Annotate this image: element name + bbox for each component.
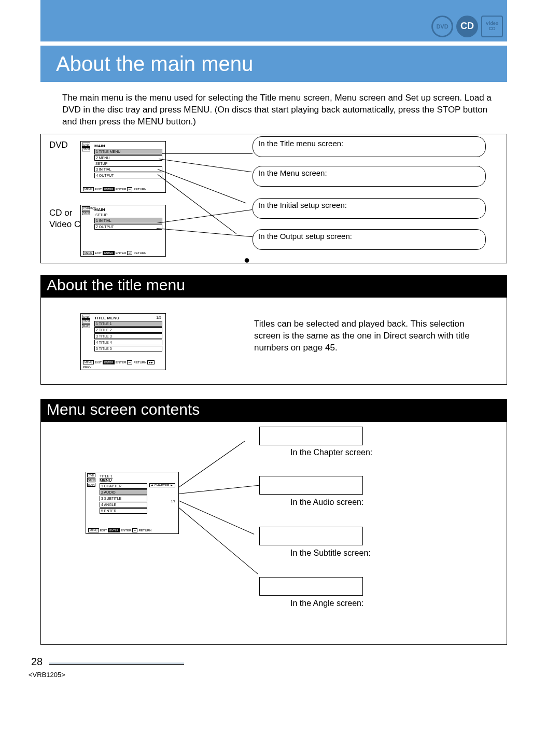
foot-item: RETURN bbox=[133, 188, 146, 191]
screen1-title: MAIN bbox=[94, 144, 163, 148]
screen4-row: 5 ENTER bbox=[100, 508, 147, 514]
title-menu-heading: About the title menu bbox=[40, 275, 507, 298]
screen2-row: 2 OUTPUT bbox=[94, 224, 162, 230]
main-badge: MAIN bbox=[82, 324, 90, 328]
foot-item: EXIT bbox=[95, 188, 102, 191]
angle-screen-box bbox=[259, 577, 363, 596]
output-setup-callout: In the Output setup screen: bbox=[253, 229, 486, 250]
screen2-group: SETUP bbox=[94, 213, 162, 217]
screen3-row: 1 TITLE 1 bbox=[94, 321, 162, 327]
chapter-screen-label: In the Chapter screen: bbox=[290, 448, 372, 457]
vcd-bot: CD bbox=[489, 26, 496, 31]
foot-item: ENTER bbox=[116, 188, 126, 191]
title-menu-callout: In the Title menu screen: bbox=[253, 136, 486, 157]
chapter-selector: ◄ CHAPTER ► bbox=[149, 483, 175, 487]
screen2-footer: MENU EXIT ENTER ENTER ↩ RETURN bbox=[83, 251, 163, 255]
foot-item: EXIT bbox=[95, 361, 102, 364]
stop-badge: STOP bbox=[82, 211, 90, 215]
screen1-footer: MENU EXIT ENTER ENTER ↩ RETURN bbox=[83, 187, 163, 191]
subtitle-screen-label: In the Subtitle screen: bbox=[290, 548, 371, 558]
main-badge: MAIN bbox=[87, 483, 95, 487]
foot-item: ENTER bbox=[103, 251, 115, 255]
screen1-row: 2 MENU bbox=[94, 155, 162, 161]
title-menu-screen: DVD STOP MAIN TITLE MENU 1/5 1 TITLE 1 2… bbox=[80, 313, 166, 370]
screen1-group: SETUP bbox=[94, 161, 162, 166]
menu-screen-heading: Menu screen contents bbox=[40, 399, 507, 422]
return-icon: ↩ bbox=[127, 251, 132, 255]
dvd-badge: DVD bbox=[82, 143, 90, 147]
screen3-row: 4 TITLE 4 bbox=[94, 340, 162, 345]
foot-item: RETURN bbox=[133, 361, 146, 364]
screen3-page: 1/5 bbox=[156, 316, 161, 321]
screen1-row: 3 INITIAL bbox=[94, 166, 162, 172]
screen1-row: 1 TITLE MENU bbox=[94, 149, 162, 154]
cd-main-screen: COMPACT STOP MAIN SETUP 1 INITIAL 2 OUTP… bbox=[80, 205, 166, 257]
screen3-row: 5 TITLE 5 bbox=[94, 346, 162, 351]
foot-item: PREV bbox=[83, 365, 91, 369]
screen3-title: TITLE MENU bbox=[94, 316, 119, 320]
screen4-title: MENU bbox=[100, 478, 176, 483]
cd-logo-icon: CD bbox=[456, 16, 478, 37]
screen4-row: 4 ANGLE bbox=[100, 502, 147, 508]
bullet-icon: ● bbox=[244, 254, 250, 266]
foot-item: RETURN bbox=[133, 251, 146, 255]
stop-badge: STOP bbox=[82, 319, 90, 323]
foot-item: ENTER bbox=[103, 360, 115, 364]
foot-item: ENTER bbox=[103, 187, 115, 191]
foot-item: ENTER bbox=[116, 361, 126, 364]
menu-screen: DVD STOP MAIN TITLE 1 MENU 1 CHAPTER 2 A… bbox=[86, 472, 179, 534]
stop-badge: STOP bbox=[82, 147, 90, 151]
return-icon: ↩ bbox=[132, 528, 137, 532]
connector-line bbox=[162, 153, 253, 154]
angle-count: 1/2 bbox=[149, 500, 175, 503]
screen3-row: 3 TITLE 3 bbox=[94, 333, 162, 339]
screen1-row: 4 OUTPUT bbox=[94, 173, 162, 178]
foot-item: MENU bbox=[83, 251, 94, 255]
foot-item: EXIT bbox=[95, 251, 102, 255]
foot-item: MENU bbox=[83, 360, 94, 364]
chapter-screen-box bbox=[259, 427, 363, 445]
screen4-footer: MENU EXIT ENTER ENTER ↩ RETURN bbox=[88, 528, 176, 532]
page-title: About the main menu bbox=[40, 46, 507, 82]
foot-item: ENTER bbox=[108, 528, 120, 532]
foot-item: ENTER bbox=[116, 251, 126, 255]
subtitle-screen-box bbox=[259, 527, 363, 545]
screen2-title: MAIN bbox=[94, 207, 163, 212]
menu-callout: In the Menu screen: bbox=[253, 166, 486, 187]
video-cd-logo-icon: VideoCD bbox=[481, 16, 503, 37]
return-icon: ↩ bbox=[127, 360, 132, 364]
compact-badge: COMPACT bbox=[82, 206, 90, 210]
page-number: 28 bbox=[31, 656, 43, 668]
foot-item: EXIT bbox=[100, 529, 107, 532]
screen4-top: TITLE 1 bbox=[100, 474, 176, 478]
vcd-top: Video bbox=[486, 21, 498, 26]
dvd-badge: DVD bbox=[82, 315, 90, 319]
intro-paragraph: The main menu is the menu used for selec… bbox=[62, 92, 498, 128]
prev-icon: ▶▶ bbox=[147, 360, 155, 364]
dvd-badge: DVD bbox=[87, 473, 95, 477]
initial-setup-callout: In the Initial setup screen: bbox=[253, 198, 486, 219]
foot-item: MENU bbox=[88, 528, 99, 532]
foot-item: RETURN bbox=[138, 529, 151, 532]
screen3-row: 2 TITLE 2 bbox=[94, 327, 162, 333]
stop-badge: STOP bbox=[87, 478, 95, 482]
document-id: <VRB1205> bbox=[29, 671, 65, 679]
screen4-row: 3 SUBTITLE bbox=[100, 496, 147, 501]
title-menu-paragraph: Titles can be selected and played back. … bbox=[254, 318, 482, 354]
screen3-footer: MENU EXIT ENTER ENTER ↩ RETURN ▶▶ PREV bbox=[83, 360, 163, 369]
audio-screen-box bbox=[259, 476, 363, 495]
foot-item: MENU bbox=[83, 187, 94, 191]
dvd-label: DVD bbox=[49, 140, 68, 150]
screen4-row: 2 AUDIO bbox=[100, 489, 147, 495]
footer-rule bbox=[49, 663, 184, 665]
angle-screen-label: In the Angle screen: bbox=[290, 599, 363, 608]
media-logos: DVD CD VideoCD bbox=[431, 16, 503, 37]
dvd-main-screen: DVD STOP MAIN 1 TITLE MENU 2 MENU SETUP … bbox=[80, 141, 166, 193]
foot-item: ENTER bbox=[121, 529, 131, 532]
screen2-row: 1 INITIAL bbox=[94, 218, 162, 223]
return-icon: ↩ bbox=[127, 187, 132, 191]
dvd-logo-icon: DVD bbox=[431, 16, 453, 37]
audio-screen-label: In the Audio screen: bbox=[290, 498, 363, 507]
screen4-row: 1 CHAPTER bbox=[100, 483, 147, 489]
